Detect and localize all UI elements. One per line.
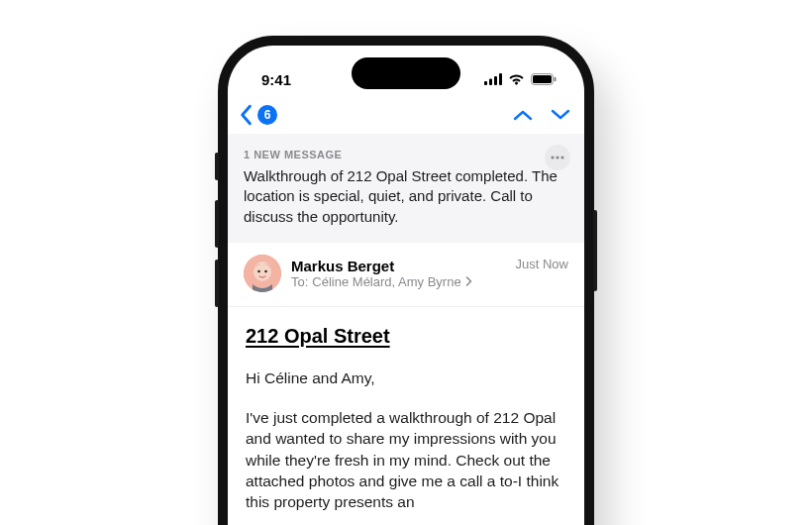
email-body: 212 Opal Street Hi Céline and Amy, I've … bbox=[228, 307, 584, 513]
sender-row[interactable]: Markus Berget To: Céline Mélard, Amy Byr… bbox=[228, 243, 584, 307]
svg-rect-1 bbox=[489, 79, 492, 86]
svg-rect-2 bbox=[494, 76, 497, 85]
email-subject: 212 Opal Street bbox=[246, 325, 566, 348]
battery-icon bbox=[531, 73, 557, 85]
status-indicators bbox=[484, 73, 557, 85]
power-button bbox=[593, 210, 597, 291]
svg-point-11 bbox=[254, 262, 271, 281]
email-greeting: Hi Céline and Amy, bbox=[246, 369, 566, 387]
timestamp: Just Now bbox=[516, 257, 568, 271]
previous-message-button[interactable] bbox=[513, 108, 533, 122]
svg-rect-0 bbox=[484, 81, 487, 85]
wifi-icon bbox=[508, 73, 525, 85]
nav-bar: 6 bbox=[228, 95, 584, 135]
chevron-right-icon bbox=[465, 276, 472, 286]
cellular-icon bbox=[484, 73, 502, 85]
sender-name: Markus Berget bbox=[291, 258, 506, 274]
phone-screen: 9:41 6 bbox=[228, 46, 584, 525]
recipients: Céline Mélard, Amy Byrne bbox=[312, 274, 460, 289]
more-options-button[interactable] bbox=[545, 145, 570, 170]
summary-label: 1 NEW MESSAGE bbox=[244, 149, 568, 160]
svg-rect-6 bbox=[555, 77, 557, 81]
next-message-button[interactable] bbox=[551, 108, 570, 122]
svg-point-13 bbox=[264, 269, 267, 272]
status-time: 9:41 bbox=[261, 71, 291, 88]
svg-point-8 bbox=[556, 156, 558, 158]
volume-up-button bbox=[215, 200, 219, 248]
unread-count-badge[interactable]: 6 bbox=[257, 105, 277, 125]
email-paragraph: I've just completed a walkthrough of 212… bbox=[246, 407, 566, 513]
side-button bbox=[215, 153, 219, 180]
to-label: To: bbox=[291, 274, 308, 289]
back-button[interactable] bbox=[238, 104, 254, 126]
recipients-line[interactable]: To: Céline Mélard, Amy Byrne bbox=[291, 274, 506, 289]
sender-info: Markus Berget To: Céline Mélard, Amy Byr… bbox=[291, 258, 506, 289]
ellipsis-icon bbox=[551, 156, 564, 159]
phone-frame: 9:41 6 bbox=[218, 36, 594, 525]
avatar bbox=[244, 255, 281, 292]
svg-point-9 bbox=[560, 156, 563, 158]
dynamic-island bbox=[352, 57, 460, 89]
message-summary-card: 1 NEW MESSAGE Walkthrough of 212 Opal St… bbox=[228, 135, 584, 243]
svg-rect-3 bbox=[499, 73, 502, 85]
svg-rect-5 bbox=[533, 75, 552, 83]
volume-down-button bbox=[215, 260, 219, 307]
svg-point-12 bbox=[257, 269, 260, 272]
summary-text: Walkthrough of 212 Opal Street completed… bbox=[244, 166, 568, 227]
svg-point-7 bbox=[551, 156, 554, 158]
